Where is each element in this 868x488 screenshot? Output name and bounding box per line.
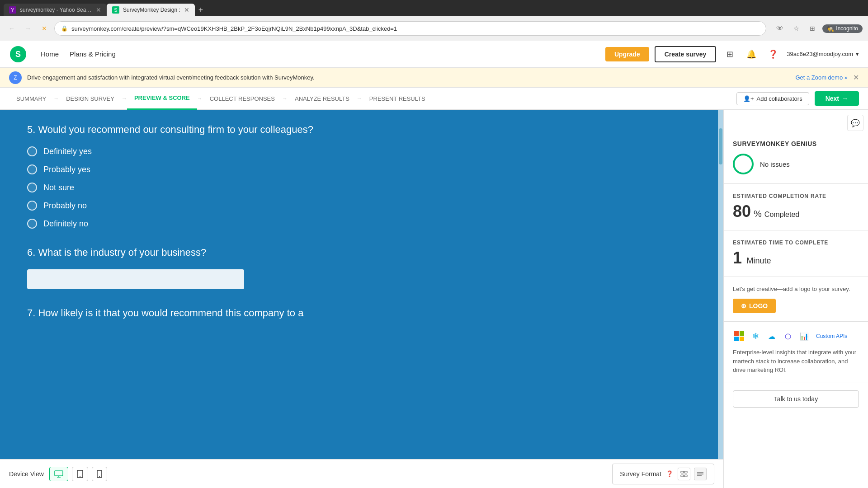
- svg-rect-4: [734, 337, 739, 341]
- nav-arrow-3: →: [197, 95, 203, 102]
- add-logo-button[interactable]: ⊕ LOGO: [733, 299, 776, 313]
- question-6-block: 6. What is the industry of your business…: [27, 247, 696, 289]
- browser-tab-sm[interactable]: S SurveyMonkey Design : ✕: [107, 4, 195, 16]
- logo: S: [9, 45, 27, 63]
- option-probably-yes[interactable]: Probably yes: [27, 164, 696, 174]
- logo-promo-section: Let's get creative—add a logo to your su…: [724, 277, 868, 322]
- tablet-icon[interactable]: [72, 467, 88, 481]
- snowflake-logo: ❄: [749, 330, 762, 343]
- radio-probably-yes[interactable]: [27, 164, 37, 174]
- survey-format-help-icon: ❓: [666, 470, 673, 477]
- option-definitely-yes[interactable]: Definitely yes: [27, 146, 696, 156]
- talk-to-us-button[interactable]: Talk to us today: [733, 390, 859, 408]
- integration-logos: ❄ ☁ ⬡ 📊 Custom APIs: [733, 330, 859, 343]
- yahoo-tab-label: surveymonkey - Yahoo Search: [20, 7, 92, 13]
- next-button[interactable]: Next →: [815, 91, 859, 106]
- nav-pricing[interactable]: Plans & Pricing: [70, 50, 116, 58]
- zoom-icon: Z: [9, 71, 22, 84]
- survey-format-label: Survey Format: [620, 470, 661, 478]
- completion-rate-suffix: Completed: [764, 211, 799, 219]
- svg-rect-3: [740, 331, 744, 336]
- mobile-icon[interactable]: [92, 467, 107, 481]
- yahoo-tab-close[interactable]: ✕: [96, 6, 101, 14]
- url-bar[interactable]: 🔒 surveymonkey.com/create/preview/?sm=qW…: [54, 21, 766, 36]
- completion-rate-section: ESTIMATED COMPLETION RATE 80 % Completed: [724, 184, 868, 230]
- new-tab-button[interactable]: +: [195, 4, 207, 16]
- format-icons: [678, 468, 707, 480]
- back-button[interactable]: ←: [5, 22, 18, 35]
- svg-rect-14: [684, 471, 687, 473]
- comment-icon: 💬: [851, 119, 860, 127]
- time-number: 1: [733, 249, 742, 267]
- option-definitely-no[interactable]: Definitely no: [27, 219, 696, 229]
- nav-home[interactable]: Home: [41, 50, 59, 58]
- classic-format-icon[interactable]: [694, 468, 707, 480]
- nav-arrow-4: →: [282, 95, 288, 102]
- option-definitely-no-label: Definitely no: [43, 219, 88, 229]
- option-probably-no[interactable]: Probably no: [27, 201, 696, 211]
- banner-close-button[interactable]: ✕: [853, 73, 859, 82]
- question-7-block: 7. How likely is it that you would recom…: [27, 307, 696, 319]
- nav-collect[interactable]: COLLECT RESPONSES: [203, 87, 282, 110]
- yahoo-favicon: Y: [9, 6, 16, 14]
- nav-preview[interactable]: PREVIEW & SCORE: [127, 87, 197, 110]
- star-icon[interactable]: ☆: [790, 22, 802, 35]
- svg-rect-16: [684, 475, 687, 477]
- completion-rate-number: 80: [733, 202, 751, 221]
- bell-icon[interactable]: 🔔: [743, 46, 760, 62]
- radio-not-sure[interactable]: [27, 183, 37, 192]
- option-not-sure-label: Not sure: [43, 183, 74, 192]
- reload-button[interactable]: ✕: [38, 22, 51, 35]
- scrollbar-thumb[interactable]: [719, 128, 722, 164]
- svg-rect-5: [740, 337, 744, 341]
- forward-button[interactable]: →: [22, 22, 34, 35]
- browser-tab-yahoo[interactable]: Y surveymonkey - Yahoo Search ✕: [4, 4, 107, 16]
- survey-nav-actions: 👤+ Add collaborators Next →: [736, 91, 859, 106]
- side-panel: 💬 SURVEYMONKEY GENIUS No issues ESTIMATE…: [723, 110, 868, 488]
- sm-tab-label: SurveyMonkey Design :: [123, 7, 180, 13]
- nav-analyze[interactable]: ANALYZE RESULTS: [288, 87, 357, 110]
- add-collaborators-button[interactable]: 👤+ Add collaborators: [736, 92, 809, 105]
- sidebar-icon[interactable]: ⊞: [806, 22, 819, 35]
- question-6-input[interactable]: [27, 269, 244, 289]
- help-icon[interactable]: ❓: [765, 46, 781, 62]
- svg-rect-6: [55, 471, 63, 476]
- option-not-sure[interactable]: Not sure: [27, 183, 696, 192]
- survey-scroll[interactable]: 5. Would you recommend our consulting fi…: [0, 110, 723, 488]
- nav-summary[interactable]: SUMMARY: [9, 87, 53, 110]
- banner-link[interactable]: Get a Zoom demo »: [795, 74, 848, 81]
- survey-format-control[interactable]: Survey Format ❓: [612, 464, 714, 484]
- create-survey-button[interactable]: Create survey: [655, 46, 717, 62]
- nav-design[interactable]: DESIGN SURVEY: [59, 87, 122, 110]
- next-arrow-icon: →: [842, 95, 848, 102]
- list-format-icon[interactable]: [678, 468, 690, 480]
- nav-arrow-5: →: [357, 95, 362, 102]
- user-email: 39ac6e23@moodjoy.com: [787, 51, 853, 57]
- add-person-icon: 👤+: [743, 95, 754, 102]
- custom-api-label[interactable]: Custom APIs: [816, 333, 847, 339]
- upgrade-button[interactable]: Upgrade: [605, 47, 649, 61]
- genius-title: SURVEYMONKEY GENIUS: [733, 140, 859, 147]
- device-icons: [49, 467, 107, 481]
- option-probably-yes-label: Probably yes: [43, 165, 90, 174]
- header-actions: Upgrade Create survey ⊞ 🔔 ❓ 39ac6e23@moo…: [605, 46, 859, 62]
- sm-favicon: S: [112, 6, 119, 14]
- salesforce-logo: ☁: [765, 330, 778, 343]
- user-menu[interactable]: 39ac6e23@moodjoy.com ▾: [787, 51, 859, 57]
- desktop-icon[interactable]: [49, 467, 68, 481]
- apps-icon[interactable]: ⊞: [722, 46, 738, 62]
- promo-banner: Z Drive engagement and satisfaction with…: [0, 68, 868, 88]
- option-probably-no-label: Probably no: [43, 201, 87, 211]
- scrollbar[interactable]: [718, 110, 723, 488]
- sm-tab-close[interactable]: ✕: [184, 6, 189, 14]
- lock-icon: 🔒: [61, 25, 68, 32]
- survey-nav: SUMMARY → DESIGN SURVEY → PREVIEW & SCOR…: [0, 88, 868, 110]
- nav-present[interactable]: PRESENT RESULTS: [362, 87, 433, 110]
- integrations-text: Enterprise-level insights that integrate…: [733, 348, 859, 375]
- radio-probably-no[interactable]: [27, 201, 37, 211]
- radio-definitely-no[interactable]: [27, 219, 37, 229]
- option-definitely-yes-label: Definitely yes: [43, 147, 92, 156]
- comment-toggle[interactable]: 💬: [847, 115, 863, 131]
- radio-definitely-yes[interactable]: [27, 146, 37, 156]
- app-header: S Home Plans & Pricing Upgrade Create su…: [0, 41, 868, 68]
